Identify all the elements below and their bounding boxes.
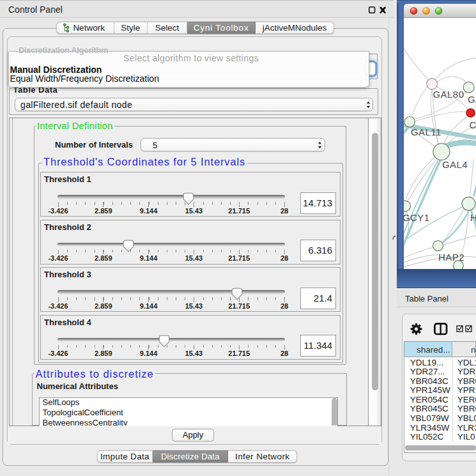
svg-text:C: C xyxy=(469,119,476,130)
svg-text:GAL4: GAL4 xyxy=(441,159,467,170)
svg-text:GA: GA xyxy=(467,93,475,104)
svg-text:GCY1: GCY1 xyxy=(404,211,430,222)
svg-text:HAP2: HAP2 xyxy=(438,251,464,262)
svg-text:H: H xyxy=(470,211,475,222)
svg-text:GAL11: GAL11 xyxy=(410,127,441,137)
svg-text:GAL80: GAL80 xyxy=(433,88,464,99)
